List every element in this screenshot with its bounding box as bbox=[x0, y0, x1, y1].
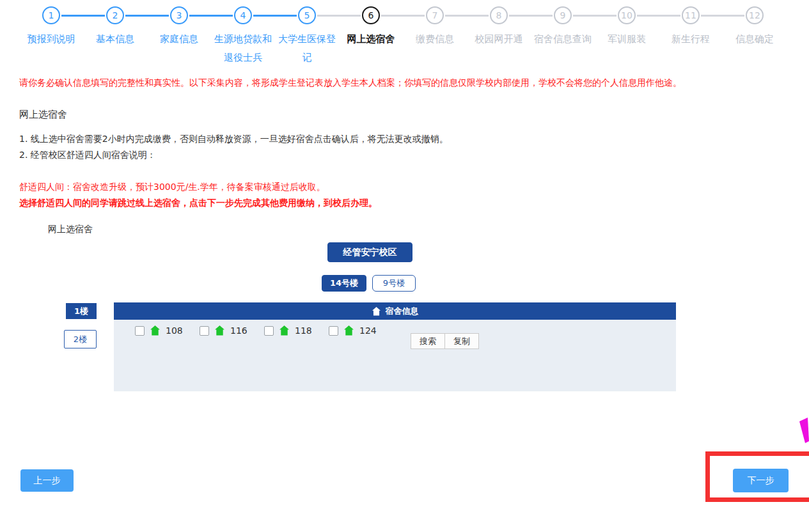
step-circle: 1 bbox=[42, 6, 60, 24]
instruction-line-1: 1. 线上选中宿舍需要2小时内完成缴费，否则自动释放资源，一旦选好宿舍点击确认后… bbox=[19, 134, 448, 145]
room-item-108[interactable]: 108 bbox=[135, 325, 200, 336]
next-step-button[interactable]: 下一步 bbox=[733, 469, 789, 492]
floor-button-1[interactable]: 1楼 bbox=[66, 303, 97, 319]
room-checkbox[interactable] bbox=[264, 326, 274, 336]
step-label: 生源地贷款和退役士兵 bbox=[212, 30, 274, 66]
step-circle: 10 bbox=[618, 6, 636, 24]
house-icon bbox=[279, 325, 290, 336]
room-checkbox[interactable] bbox=[329, 326, 338, 336]
room-number: 118 bbox=[295, 325, 312, 336]
comfort-room-note: 舒适四人间：宿舍改造升级，预计3000元/生.学年，待备案审核通过后收取。 bbox=[19, 182, 326, 193]
step-label: 校园网开通 bbox=[467, 30, 530, 49]
floor-button-2[interactable]: 2楼 bbox=[64, 330, 97, 348]
step-circle: 4 bbox=[234, 6, 252, 24]
step-circle: 6 bbox=[362, 6, 380, 24]
step-label: 新生行程 bbox=[659, 30, 722, 49]
step-label: 信息确定 bbox=[723, 30, 786, 49]
room-checkbox[interactable] bbox=[200, 326, 209, 336]
search-button[interactable]: 搜索 bbox=[411, 333, 445, 349]
step-circle: 2 bbox=[106, 6, 124, 24]
room-checkbox[interactable] bbox=[135, 326, 145, 336]
step-circle: 7 bbox=[426, 6, 444, 24]
step-label: 缴费信息 bbox=[404, 30, 466, 49]
table-actions: 搜索 复制 bbox=[411, 333, 479, 349]
house-icon bbox=[150, 325, 161, 336]
room-item-124[interactable]: 124 bbox=[329, 325, 393, 336]
step-circle: 3 bbox=[170, 6, 188, 24]
step-circle: 5 bbox=[298, 6, 316, 24]
step-label: 军训服装 bbox=[595, 30, 658, 49]
dorm-table-title: 宿舍信息 bbox=[386, 306, 419, 317]
step-label: 宿舍信息查询 bbox=[531, 30, 594, 49]
instruction-line-2: 2. 经管校区舒适四人间宿舍说明： bbox=[19, 150, 156, 161]
magenta-annotation-mark bbox=[796, 417, 809, 444]
copy-button[interactable]: 复制 bbox=[444, 333, 479, 349]
step-circle: 8 bbox=[490, 6, 508, 24]
room-number: 108 bbox=[166, 325, 183, 336]
page-title: 网上选宿舍 bbox=[19, 109, 67, 121]
house-icon bbox=[372, 307, 381, 316]
step-label: 网上选宿舍 bbox=[340, 30, 402, 49]
step-12[interactable]: 12 信息确定 bbox=[723, 6, 787, 66]
building-tab-9[interactable]: 9号楼 bbox=[372, 275, 416, 292]
house-icon bbox=[343, 325, 354, 336]
step-circle: 12 bbox=[746, 6, 764, 24]
campus-button[interactable]: 经管安宁校区 bbox=[327, 242, 412, 262]
building-tab-14[interactable]: 14号楼 bbox=[322, 275, 366, 292]
privacy-warning-text: 请你务必确认信息填写的完整性和真实性。以下采集内容，将形成学生登记表放入学生本人… bbox=[19, 77, 809, 89]
step-label: 基本信息 bbox=[84, 30, 146, 49]
step-circle: 9 bbox=[554, 6, 572, 24]
comfort-room-warning: 选择舒适四人间的同学请跳过线上选宿舍，点击下一步先完成其他费用缴纳，到校后办理。 bbox=[19, 198, 377, 209]
step-label: 预报到说明 bbox=[20, 30, 82, 49]
room-number: 116 bbox=[230, 325, 247, 336]
room-number: 124 bbox=[359, 325, 377, 336]
step-label: 大学生医保登记 bbox=[276, 30, 338, 66]
enrollment-stepper: 1 预报到说明 2 基本信息 3 家庭信息 4 生源地贷款和退役士兵 5 大学生… bbox=[19, 6, 787, 66]
rooms-row: 108 116 118 bbox=[135, 325, 393, 336]
dorm-table-header: 宿舍信息 bbox=[114, 302, 676, 320]
room-item-118[interactable]: 118 bbox=[264, 325, 329, 336]
dorm-table-body: 108 116 118 bbox=[114, 320, 676, 391]
step-label: 家庭信息 bbox=[148, 30, 210, 49]
previous-step-button[interactable]: 上一步 bbox=[20, 469, 74, 492]
page: 1 预报到说明 2 基本信息 3 家庭信息 4 生源地贷款和退役士兵 5 大学生… bbox=[0, 0, 809, 532]
room-item-116[interactable]: 116 bbox=[200, 325, 264, 336]
dorm-select-form-label: 网上选宿舍 bbox=[48, 224, 93, 235]
step-circle: 11 bbox=[682, 6, 700, 24]
house-icon bbox=[214, 325, 225, 336]
